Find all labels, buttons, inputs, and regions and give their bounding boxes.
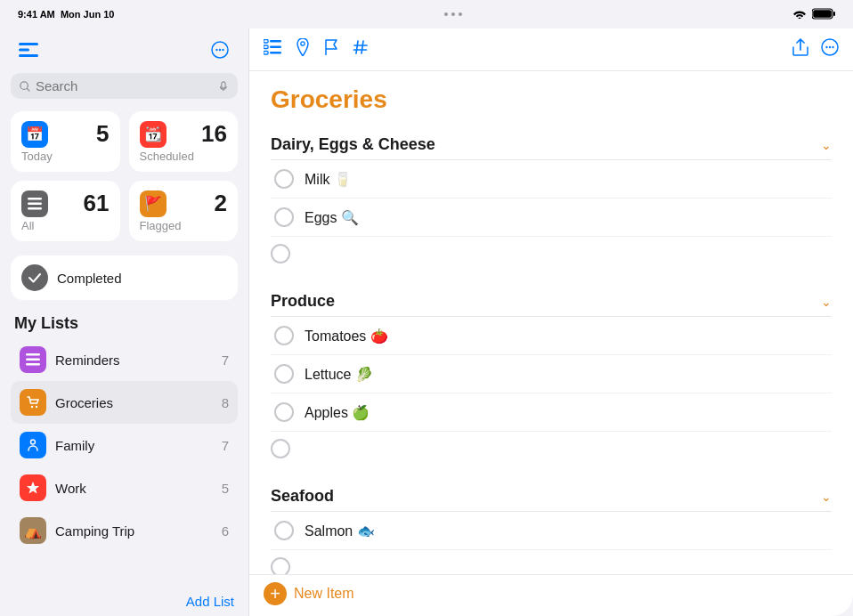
seafood-add-checkbox[interactable]: [271, 557, 290, 574]
section-produce: Produce ⌄ Tomatoes 🍅 Lettuce 🥬 Apples 🍏: [271, 285, 832, 466]
svg-rect-4: [19, 49, 29, 52]
toolbar: [249, 28, 853, 71]
eggs-checkbox[interactable]: [274, 207, 294, 227]
today-icon: 📅: [21, 121, 48, 148]
search-icon: [20, 80, 30, 93]
camping-name: Camping Trip: [55, 523, 213, 539]
svg-rect-13: [28, 198, 42, 200]
search-input[interactable]: [36, 78, 213, 93]
produce-chevron-icon[interactable]: ⌄: [821, 295, 832, 309]
svg-rect-3: [19, 43, 38, 45]
work-count: 5: [222, 481, 229, 496]
location-icon[interactable]: [296, 38, 310, 61]
add-list-button[interactable]: Add List: [186, 594, 234, 609]
dairy-add-checkbox[interactable]: [271, 244, 290, 263]
reminder-tomatoes: Tomatoes 🍅: [271, 317, 832, 355]
new-item-button[interactable]: + New Item: [264, 582, 354, 605]
toolbar-left: [264, 38, 369, 61]
reminders-name: Reminders: [55, 353, 213, 368]
flagged-label: Flagged: [140, 219, 228, 232]
share-icon[interactable]: [792, 38, 808, 61]
svg-marker-21: [27, 482, 39, 494]
seafood-chevron-icon[interactable]: ⌄: [821, 490, 832, 504]
sidebar-topbar: [11, 28, 238, 73]
family-name: Family: [55, 438, 213, 453]
svg-rect-24: [270, 52, 281, 54]
section-produce-name: Produce: [271, 292, 335, 311]
svg-rect-26: [264, 45, 268, 49]
smart-card-scheduled[interactable]: 📆 16 Scheduled: [129, 111, 239, 172]
salmon-text: Salmon 🐟: [305, 523, 832, 539]
sidebar: 📅 5 Today 📆 16 Scheduled 61: [0, 28, 249, 616]
svg-point-9: [222, 49, 223, 51]
svg-rect-16: [26, 353, 40, 356]
tomatoes-text: Tomatoes 🍅: [305, 328, 832, 344]
smart-card-flagged[interactable]: 🚩 2 Flagged: [129, 181, 239, 241]
all-icon: [21, 190, 48, 217]
flag-icon[interactable]: [324, 39, 338, 60]
groceries-icon: [20, 389, 46, 416]
milk-checkbox[interactable]: [274, 169, 294, 189]
list-item-work[interactable]: Work 5: [11, 466, 238, 509]
main-content: Groceries Dairy, Eggs & Cheese ⌄ Milk 🥛 …: [249, 28, 853, 616]
checklist-icon[interactable]: [264, 39, 281, 60]
completed-card[interactable]: Completed: [11, 255, 238, 300]
sidebar-more-button[interactable]: [206, 36, 234, 64]
lettuce-checkbox[interactable]: [274, 364, 294, 384]
add-list-row: Add List: [11, 585, 238, 616]
svg-rect-17: [26, 359, 40, 361]
lettuce-text: Lettuce 🥬: [305, 366, 832, 383]
camping-icon: ⛺: [20, 517, 46, 544]
list-item-camping[interactable]: ⛺ Camping Trip 6: [11, 509, 238, 552]
produce-add-checkbox[interactable]: [271, 439, 290, 458]
svg-rect-27: [264, 52, 268, 55]
section-seafood: Seafood ⌄ Salmon 🐟: [271, 480, 832, 574]
more-icon[interactable]: [821, 38, 839, 61]
dairy-add-row: [271, 237, 832, 271]
svg-point-28: [301, 42, 305, 45]
tomatoes-checkbox[interactable]: [274, 326, 294, 345]
status-dots: [444, 12, 462, 16]
reminder-salmon: Salmon 🐟: [271, 512, 832, 550]
svg-rect-18: [26, 363, 40, 366]
toolbar-right: [792, 38, 839, 61]
completed-icon: [21, 264, 48, 291]
smart-card-today[interactable]: 📅 5 Today: [11, 111, 120, 172]
produce-add-row: [271, 432, 832, 466]
scheduled-label: Scheduled: [140, 150, 228, 163]
svg-line-30: [362, 41, 363, 53]
section-seafood-header: Seafood ⌄: [271, 480, 832, 512]
new-item-plus-icon: +: [264, 582, 287, 605]
smart-card-all[interactable]: 61 All: [11, 181, 120, 241]
list-item-reminders[interactable]: Reminders 7: [11, 338, 238, 381]
today-label: Today: [21, 150, 110, 163]
sidebar-toggle-button[interactable]: [14, 36, 43, 64]
reminders-icon: [20, 346, 46, 373]
all-count: 61: [84, 190, 110, 217]
scheduled-icon: 📆: [140, 121, 167, 148]
list-item-family[interactable]: Family 7: [11, 424, 238, 466]
bottom-bar: + New Item: [249, 574, 853, 616]
completed-label: Completed: [57, 271, 122, 286]
seafood-add-row: [271, 550, 832, 574]
scheduled-count: 16: [201, 120, 227, 148]
list-item-groceries[interactable]: Groceries 8: [11, 381, 238, 424]
search-bar[interactable]: [11, 73, 238, 99]
apples-checkbox[interactable]: [274, 402, 294, 422]
section-dairy: Dairy, Eggs & Cheese ⌄ Milk 🥛 Eggs 🔍: [271, 128, 832, 271]
hashtag-icon[interactable]: [353, 39, 369, 60]
my-lists-title: My Lists: [11, 314, 238, 333]
section-produce-header: Produce ⌄: [271, 285, 832, 317]
family-count: 7: [222, 438, 229, 453]
svg-rect-5: [19, 54, 38, 57]
reminder-milk: Milk 🥛: [271, 160, 832, 199]
status-bar: 9:41 AM Mon Jun 10: [0, 0, 853, 28]
section-seafood-name: Seafood: [271, 487, 334, 506]
dairy-chevron-icon[interactable]: ⌄: [821, 138, 832, 152]
salmon-checkbox[interactable]: [274, 521, 294, 540]
flagged-icon: 🚩: [140, 190, 167, 217]
svg-point-20: [36, 406, 37, 408]
work-icon: [20, 474, 46, 501]
groceries-name: Groceries: [55, 395, 213, 410]
section-dairy-header: Dairy, Eggs & Cheese ⌄: [271, 128, 832, 160]
